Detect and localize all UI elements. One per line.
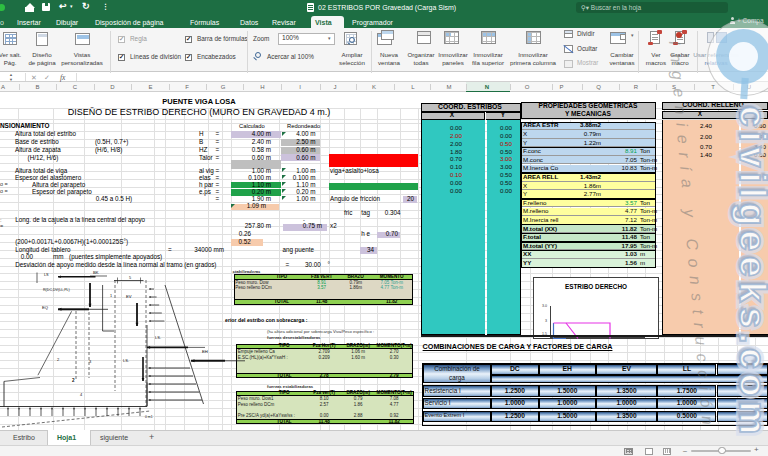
svg-text:EV: EV	[126, 294, 132, 299]
svg-text:0 m1: 0 m1	[145, 415, 153, 419]
svg-text:2: 2	[57, 357, 60, 362]
svg-text:BK: BK	[93, 270, 99, 275]
svg-text:4: 4	[80, 392, 83, 397]
svg-text:R(DC,DV(LL,PL): R(DC,DV(LL,PL)	[43, 288, 70, 292]
svg-text:1: 1	[110, 294, 112, 298]
svg-text:2: 2	[72, 378, 75, 383]
svg-text:5: 5	[129, 276, 131, 280]
svg-text:EH: EH	[202, 349, 208, 354]
svg-text:3: 3	[89, 359, 92, 364]
svg-text:LS: LS	[44, 273, 49, 277]
svg-text:LS.: LS.	[123, 358, 129, 363]
svg-text:LS.: LS.	[155, 335, 161, 340]
svg-text:EQ: EQ	[42, 305, 49, 310]
